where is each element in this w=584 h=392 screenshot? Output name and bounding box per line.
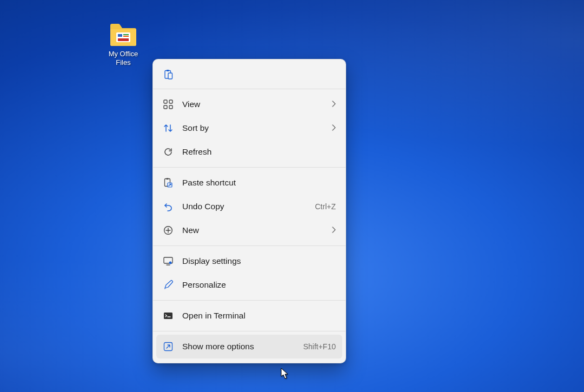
view-grid-icon bbox=[163, 99, 174, 110]
refresh-icon bbox=[163, 147, 174, 157]
svg-rect-9 bbox=[169, 100, 172, 103]
desktop-folder-label: My Office Files bbox=[99, 50, 148, 67]
desktop-context-menu: View Sort by Refresh Paste shortcut bbox=[152, 59, 346, 363]
menu-item-label: Undo Copy bbox=[182, 202, 310, 211]
svg-rect-2 bbox=[123, 34, 129, 35]
menu-item-label: Sort by bbox=[182, 123, 332, 133]
folder-icon bbox=[109, 23, 137, 46]
svg-rect-8 bbox=[164, 100, 167, 103]
menu-divider bbox=[153, 245, 346, 246]
undo-icon bbox=[163, 201, 174, 212]
menu-item-label: Paste shortcut bbox=[182, 178, 336, 188]
menu-item-label: Refresh bbox=[182, 147, 336, 157]
menu-item-display-settings[interactable]: Display settings bbox=[156, 249, 342, 273]
sort-icon bbox=[163, 123, 174, 134]
svg-rect-3 bbox=[123, 36, 129, 37]
menu-item-label: New bbox=[182, 225, 332, 235]
desktop-folder-my-office-files[interactable]: My Office Files bbox=[99, 23, 148, 67]
menu-item-label: Personalize bbox=[182, 280, 336, 290]
menu-item-accelerator: Ctrl+Z bbox=[315, 202, 336, 211]
menu-item-label: Display settings bbox=[182, 256, 336, 266]
terminal-icon bbox=[163, 310, 174, 321]
menu-item-label: View bbox=[182, 99, 332, 109]
menu-divider bbox=[153, 300, 346, 301]
menu-item-open-in-terminal[interactable]: Open in Terminal bbox=[156, 304, 342, 328]
plus-circle-icon bbox=[163, 225, 174, 236]
svg-rect-7 bbox=[168, 73, 172, 79]
clipboard-icon[interactable] bbox=[163, 69, 174, 80]
menu-item-show-more-options[interactable]: Show more options Shift+F10 bbox=[156, 335, 342, 358]
menu-item-sort-by[interactable]: Sort by bbox=[156, 116, 342, 140]
svg-rect-11 bbox=[169, 105, 172, 109]
menu-item-new[interactable]: New bbox=[156, 218, 342, 242]
menu-item-personalize[interactable]: Personalize bbox=[156, 273, 342, 297]
menu-item-accelerator: Shift+F10 bbox=[303, 342, 336, 351]
svg-rect-13 bbox=[167, 178, 169, 180]
menu-divider bbox=[153, 331, 346, 331]
menu-item-refresh[interactable]: Refresh bbox=[156, 140, 342, 164]
menu-item-undo-copy[interactable]: Undo Copy Ctrl+Z bbox=[156, 195, 342, 218]
display-settings-icon bbox=[163, 256, 174, 267]
svg-rect-1 bbox=[118, 34, 122, 37]
menu-item-paste-shortcut[interactable]: Paste shortcut bbox=[156, 171, 342, 195]
menu-item-view[interactable]: View bbox=[156, 92, 342, 116]
menu-item-label: Show more options bbox=[182, 342, 298, 351]
menu-item-label: Open in Terminal bbox=[182, 311, 336, 321]
show-more-icon bbox=[163, 341, 174, 352]
chevron-right-icon bbox=[332, 225, 336, 235]
chevron-right-icon bbox=[332, 123, 336, 133]
chevron-right-icon bbox=[332, 99, 336, 109]
svg-rect-18 bbox=[164, 313, 172, 319]
paste-shortcut-icon bbox=[163, 177, 174, 188]
menu-divider bbox=[153, 167, 346, 168]
svg-rect-10 bbox=[164, 105, 167, 109]
svg-rect-6 bbox=[167, 70, 169, 71]
personalize-icon bbox=[163, 280, 174, 290]
menu-divider bbox=[153, 89, 346, 89]
cursor-pointer bbox=[281, 368, 289, 382]
svg-rect-4 bbox=[118, 38, 129, 41]
menu-icon-bar bbox=[156, 63, 342, 87]
